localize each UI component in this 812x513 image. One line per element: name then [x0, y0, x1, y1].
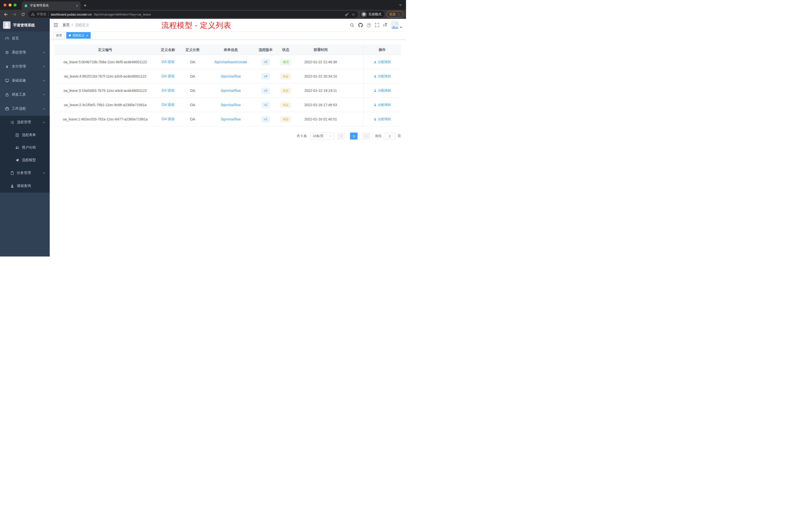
table-row: oa_leave:3:1fad3d93-7b75-11ec-a3c8-acde4… — [55, 84, 401, 98]
tag-close-icon[interactable]: × — [86, 34, 88, 37]
sidebar-item-label: 任务管理 — [17, 171, 31, 175]
address-bar[interactable]: 不安全 dashboard.yudao.iocoder.cn/bpm/manag… — [28, 11, 358, 18]
form-link[interactable]: /bpm/oa/flow — [221, 89, 240, 93]
password-key-icon[interactable] — [345, 12, 349, 16]
definition-name-cell: OA 请假 — [156, 98, 180, 112]
definition-name-link[interactable]: OA 请假 — [162, 103, 174, 107]
definition-name-link[interactable]: OA 请假 — [162, 88, 174, 92]
sidebar-item-label: 系统管理 — [12, 50, 26, 55]
paper-plane-icon — [15, 158, 19, 162]
form-link[interactable]: /bpm/oa/flow — [221, 74, 240, 78]
definition-category: OA — [190, 89, 195, 93]
definition-table: 定义编号 定义名称 定义分类 表单信息 流程版本 状态 部署时间 操作 oa_l… — [55, 45, 401, 126]
sidebar-item-user-group[interactable]: 用户分组 — [0, 141, 50, 154]
forward-button[interactable] — [11, 11, 18, 18]
font-size-icon[interactable]: TT — [383, 23, 387, 27]
back-button[interactable] — [2, 11, 9, 18]
sidebar-item-dev-tools[interactable]: 研发工具 — [0, 88, 50, 102]
sidebar-item-leave-query[interactable]: 请假查询 — [0, 179, 50, 192]
sidebar-item-infrastructure[interactable]: 基础设施 — [0, 73, 50, 88]
form-info-cell: /bpm/oa/leave/create — [205, 55, 257, 69]
sidebar-item-payment[interactable]: ¥ 支付管理 — [0, 59, 50, 73]
sidebar-item-process-model[interactable]: 流程模型 — [0, 154, 50, 167]
bookmark-star-icon[interactable]: ☆ — [352, 12, 355, 16]
incognito-label: 无痕模式 — [368, 12, 381, 17]
table-header-row: 定义编号 定义名称 定义分类 表单信息 流程版本 状态 部署时间 操作 — [55, 45, 401, 55]
form-link[interactable]: /bpm/oa/leave/create — [214, 60, 247, 64]
definition-category: OA — [190, 74, 195, 78]
operation-cell: 分配规则 — [363, 84, 401, 98]
page-size-select[interactable]: 10条/页 — [310, 132, 335, 140]
breadcrumb-current: 流程定义 — [75, 23, 89, 27]
person-icon — [10, 184, 14, 188]
avatar-image — [391, 21, 399, 29]
sidebar-item-label: 研发工具 — [12, 92, 26, 97]
user-avatar[interactable] — [391, 21, 402, 29]
fullscreen-icon[interactable] — [375, 23, 379, 27]
assign-rule-link[interactable]: 分配规则 — [374, 74, 391, 79]
assign-rule-label: 分配规则 — [378, 103, 391, 107]
browser-tab[interactable]: 芋道管理系统 × — [22, 1, 81, 10]
assign-rule-link[interactable]: 分配规则 — [374, 88, 391, 93]
goto-page-input[interactable] — [384, 132, 395, 140]
content-area: 定义编号 定义名称 定义分类 表单信息 流程版本 状态 部署时间 操作 oa_l… — [50, 40, 406, 256]
person-icon — [374, 75, 377, 78]
definition-name-link[interactable]: OA 请假 — [162, 117, 174, 121]
tab-close-icon[interactable]: × — [76, 4, 78, 7]
help-icon[interactable]: ? — [367, 23, 371, 27]
definition-name-link[interactable]: OA 请假 — [162, 60, 174, 64]
version-cell: v1 — [257, 112, 275, 126]
status-cell: 激活 — [275, 55, 297, 69]
new-tab-button[interactable]: + — [84, 3, 87, 8]
tag-process-definition[interactable]: 流程定义 × — [66, 32, 91, 39]
sidebar-item-workflow[interactable]: 工作流程 — [0, 102, 50, 116]
definition-name-link[interactable]: OA 请假 — [162, 74, 174, 78]
deploy-time-cell: 2022-01-22 19:19:11 — [297, 84, 345, 98]
security-label[interactable]: 不安全 — [37, 12, 47, 17]
deploy-time-cell: 2022-01-16 01:40:51 — [297, 112, 345, 126]
window-zoom-button[interactable] — [13, 3, 17, 6]
tab-search-icon[interactable] — [399, 3, 402, 6]
main-area: 首页 / 流程定义 流程模型 - 定义列表 ? TT — [50, 19, 406, 256]
assign-rule-link[interactable]: 分配规则 — [374, 60, 391, 64]
github-icon[interactable] — [358, 23, 363, 27]
version-badge: v5 — [262, 59, 270, 65]
window-close-button[interactable] — [3, 3, 6, 6]
assign-rule-link[interactable]: 分配规则 — [374, 103, 391, 107]
sidebar-item-process-management[interactable]: 流程管理 — [0, 116, 50, 129]
hamburger-icon[interactable] — [54, 23, 58, 27]
sidebar-item-process-form[interactable]: 流程表单 — [0, 129, 50, 141]
browser-menu-icon[interactable]: ⋮ — [397, 12, 401, 16]
version-badge: v3 — [262, 88, 270, 94]
deploy-time-cell: 2022-01-22 20:34:10 — [297, 69, 345, 84]
search-icon[interactable] — [350, 23, 354, 27]
form-link[interactable]: /bpm/oa/flow — [221, 103, 240, 107]
status-badge: 挂起 — [280, 102, 291, 108]
version-badge: v2 — [262, 102, 270, 108]
form-link[interactable]: /bpm/oa/flow — [221, 117, 240, 121]
goto-label: 前往 — [375, 134, 382, 138]
status-cell: 挂起 — [275, 84, 297, 98]
list-icon — [10, 120, 14, 124]
deploy-time: 2022-01-22 20:34:10 — [304, 74, 337, 78]
sidebar-item-label: 请假查询 — [17, 184, 31, 188]
briefcase-icon — [5, 107, 9, 111]
definition-category: OA — [190, 117, 195, 121]
reload-button[interactable] — [20, 11, 26, 18]
next-page-button[interactable] — [362, 132, 370, 140]
column-header: 部署时间 — [297, 45, 345, 55]
window-minimize-button[interactable] — [8, 3, 11, 6]
sidebar-item-label: 流程表单 — [22, 133, 36, 137]
assign-rule-link[interactable]: 分配规则 — [374, 117, 391, 121]
row-spacer-cell — [345, 112, 363, 126]
assign-rule-label: 分配规则 — [378, 117, 391, 121]
breadcrumb-home[interactable]: 首页 — [62, 23, 69, 27]
sidebar-item-home[interactable]: 首页 — [0, 31, 50, 46]
prev-page-button[interactable] — [338, 132, 345, 140]
sidebar-item-system[interactable]: 系统管理 — [0, 46, 50, 59]
page-number-button[interactable]: 1 — [350, 132, 357, 140]
update-button[interactable]: 更新 ⋮ — [386, 11, 404, 18]
person-icon — [374, 89, 377, 92]
sidebar-item-task-management[interactable]: 任务管理 — [0, 167, 50, 179]
tag-home[interactable]: 首页 — [54, 32, 64, 39]
